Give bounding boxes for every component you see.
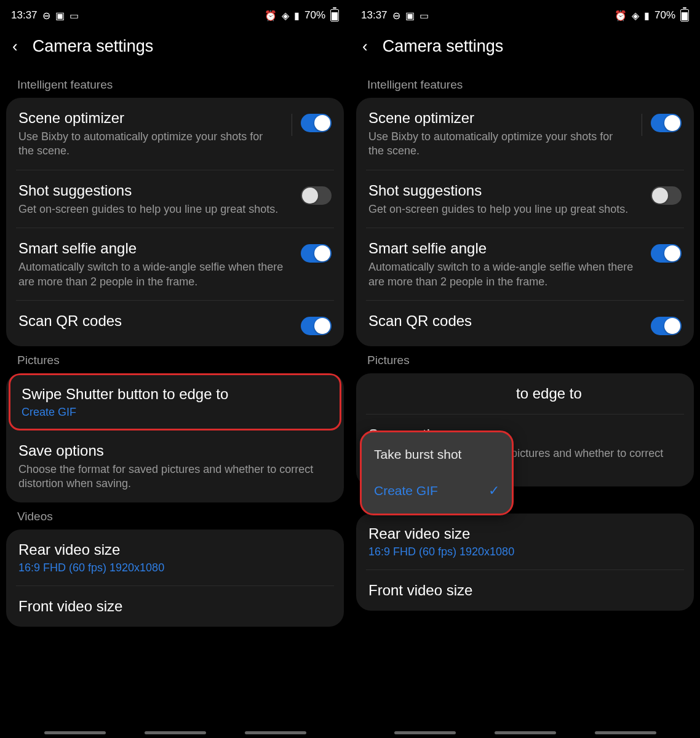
save-options-title: Save options <box>18 442 324 460</box>
smart-selfie-desc: Automatically switch to a wide-angle sel… <box>18 260 293 289</box>
battery-pct: 70% <box>654 9 675 22</box>
status-bar: 13:37 ⊖ ▣ ▭ ⏰ ◈ ▮ 70% <box>0 0 350 25</box>
popup-option-burst-label: Take burst shot <box>374 447 461 462</box>
nav-back[interactable] <box>245 731 306 734</box>
screenshot-icon: ▣ <box>405 10 415 22</box>
smart-selfie-toggle[interactable] <box>651 244 682 263</box>
signal-icon: ▮ <box>294 10 300 22</box>
check-icon: ✓ <box>488 483 499 499</box>
row-scene-optimizer[interactable]: Scene optimizer Use Bixby to automatical… <box>356 98 694 170</box>
page-title: Camera settings <box>383 37 504 56</box>
dnd-icon: ⊖ <box>42 10 50 22</box>
row-swipe-shutter-partial[interactable]: to edge to <box>356 373 694 414</box>
row-rear-video[interactable]: Rear video size 16:9 FHD (60 fps) 1920x1… <box>356 514 694 569</box>
smart-selfie-toggle[interactable] <box>301 244 332 263</box>
scene-optimizer-title: Scene optimizer <box>18 109 279 127</box>
save-options-desc: Choose the format for saved pictures and… <box>18 462 324 491</box>
scene-optimizer-toggle[interactable] <box>301 114 332 132</box>
section-pictures: Pictures <box>0 346 350 373</box>
card-intelligent: Scene optimizer Use Bixby to automatical… <box>6 98 344 346</box>
nav-home[interactable] <box>495 731 556 734</box>
nav-recents[interactable] <box>44 731 106 734</box>
smart-selfie-title: Smart selfie angle <box>18 239 293 258</box>
card-pictures: Swipe Shutter button to edge to Create G… <box>6 373 344 502</box>
front-video-title: Front video size <box>368 581 674 600</box>
alarm-icon: ⏰ <box>614 10 627 22</box>
shot-suggestions-desc: Get on-screen guides to help you line up… <box>368 202 643 216</box>
scan-qr-toggle[interactable] <box>301 317 332 335</box>
wifi-icon: ◈ <box>632 10 639 22</box>
alarm-icon: ⏰ <box>264 10 277 22</box>
image-icon: ▭ <box>70 10 79 22</box>
status-bar: 13:37 ⊖ ▣ ▭ ⏰ ◈ ▮ 70% <box>350 0 700 25</box>
nav-home[interactable] <box>145 731 206 734</box>
row-smart-selfie[interactable]: Smart selfie angle Automatically switch … <box>366 228 684 300</box>
section-pictures: Pictures <box>350 346 700 373</box>
swipe-shutter-popup: Take burst shot Create GIF ✓ <box>360 430 514 515</box>
front-video-title: Front video size <box>18 597 324 616</box>
wifi-icon: ◈ <box>282 10 289 22</box>
image-icon: ▭ <box>420 10 429 22</box>
row-scan-qr[interactable]: Scan QR codes <box>366 300 684 346</box>
row-shot-suggestions[interactable]: Shot suggestions Get on-screen guides to… <box>16 170 334 228</box>
dnd-icon: ⊖ <box>392 10 400 22</box>
scene-optimizer-desc: Use Bixby to automatically optimize your… <box>368 130 629 159</box>
rear-video-title: Rear video size <box>18 541 324 559</box>
section-intelligent: Intelligent features <box>350 71 700 98</box>
status-time: 13:37 <box>11 9 38 22</box>
popup-option-gif[interactable]: Create GIF ✓ <box>374 478 499 504</box>
battery-icon <box>680 9 689 22</box>
scan-qr-toggle[interactable] <box>651 317 682 335</box>
swipe-shutter-title: Swipe Shutter button to edge to <box>22 385 321 403</box>
swipe-shutter-fragment: to edge to <box>516 384 674 403</box>
nav-back[interactable] <box>595 731 656 734</box>
row-front-video[interactable]: Front video size <box>16 585 334 627</box>
nav-bar <box>350 731 700 734</box>
row-scan-qr[interactable]: Scan QR codes <box>16 300 334 346</box>
divider <box>642 114 642 136</box>
swipe-shutter-value: Create GIF <box>22 406 321 419</box>
row-scene-optimizer[interactable]: Scene optimizer Use Bixby to automatical… <box>6 98 344 170</box>
back-button[interactable]: ‹ <box>362 37 368 56</box>
scene-optimizer-desc: Use Bixby to automatically optimize your… <box>18 130 279 159</box>
nav-recents[interactable] <box>394 731 456 734</box>
page-title: Camera settings <box>33 37 154 56</box>
shot-suggestions-toggle[interactable] <box>651 186 682 205</box>
header: ‹ Camera settings <box>350 25 700 71</box>
signal-icon: ▮ <box>644 10 650 22</box>
rear-video-title: Rear video size <box>368 525 674 543</box>
rear-video-value: 16:9 FHD (60 fps) 1920x1080 <box>368 546 674 558</box>
row-front-video[interactable]: Front video size <box>366 569 684 611</box>
scene-optimizer-title: Scene optimizer <box>368 109 629 127</box>
shot-suggestions-desc: Get on-screen guides to help you line up… <box>18 202 293 216</box>
section-intelligent: Intelligent features <box>0 71 350 98</box>
row-swipe-shutter[interactable]: Swipe Shutter button to edge to Create G… <box>10 375 340 429</box>
battery-pct: 70% <box>304 9 325 22</box>
row-smart-selfie[interactable]: Smart selfie angle Automatically switch … <box>16 228 334 300</box>
screenshot-icon: ▣ <box>55 10 65 22</box>
shot-suggestions-toggle[interactable] <box>301 186 332 205</box>
battery-icon <box>330 9 339 22</box>
card-intelligent: Scene optimizer Use Bixby to automatical… <box>356 98 694 346</box>
scene-optimizer-toggle[interactable] <box>651 114 682 132</box>
card-videos: Rear video size 16:9 FHD (60 fps) 1920x1… <box>6 530 344 627</box>
scan-qr-title: Scan QR codes <box>368 312 643 330</box>
card-videos: Rear video size 16:9 FHD (60 fps) 1920x1… <box>356 514 694 611</box>
back-button[interactable]: ‹ <box>12 37 18 56</box>
shot-suggestions-title: Shot suggestions <box>368 181 643 200</box>
row-shot-suggestions[interactable]: Shot suggestions Get on-screen guides to… <box>366 170 684 228</box>
row-save-options[interactable]: Save options Choose the format for saved… <box>6 430 344 502</box>
popup-option-gif-label: Create GIF <box>374 483 438 498</box>
divider <box>292 114 292 136</box>
row-rear-video[interactable]: Rear video size 16:9 FHD (60 fps) 1920x1… <box>6 530 344 585</box>
nav-bar <box>0 731 350 734</box>
status-time: 13:37 <box>361 9 388 22</box>
shot-suggestions-title: Shot suggestions <box>18 181 293 200</box>
screen-left: 13:37 ⊖ ▣ ▭ ⏰ ◈ ▮ 70% ‹ Camera settings … <box>0 0 350 738</box>
smart-selfie-desc: Automatically switch to a wide-angle sel… <box>368 260 643 289</box>
header: ‹ Camera settings <box>0 25 350 71</box>
popup-option-burst[interactable]: Take burst shot <box>374 442 499 467</box>
scan-qr-title: Scan QR codes <box>18 312 293 330</box>
rear-video-value: 16:9 FHD (60 fps) 1920x1080 <box>18 561 324 574</box>
section-videos: Videos <box>0 502 350 530</box>
